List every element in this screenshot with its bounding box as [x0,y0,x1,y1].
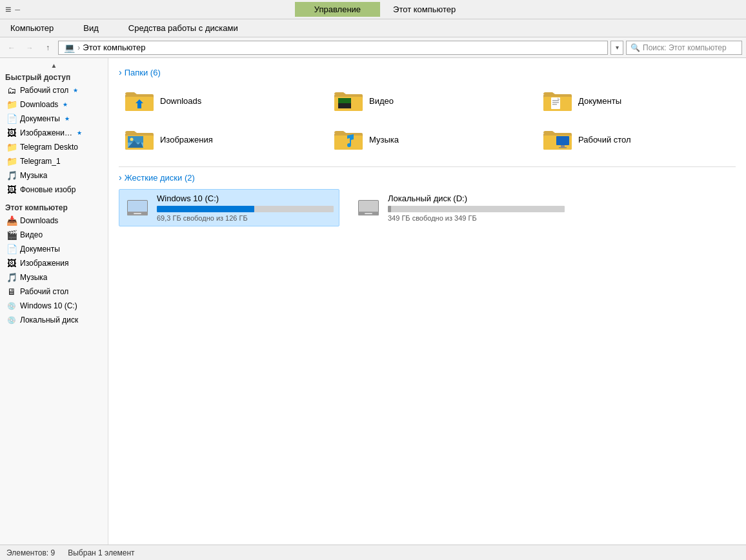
sidebar-label-music: Музыка [20,171,47,180]
ribbon-view[interactable]: Вид [78,21,104,35]
folders-section-header[interactable]: Папки (6) [119,67,736,77]
downloads-folder-icon: 📁 [6,99,17,110]
search-box[interactable]: 🔍 Поиск: Этот компьютер [626,41,742,55]
drive-bar-bg-c [157,206,334,212]
folder-item-music[interactable]: Музыка [328,123,527,156]
address-dropdown[interactable]: ▾ [610,41,623,55]
drive-item-c[interactable]: Windows 10 (C:) 69,3 ГБ свободно из 126 … [119,189,339,226]
svg-rect-29 [128,201,147,212]
ribbon-computer[interactable]: Компьютер [5,21,59,35]
folder-item-downloads[interactable]: Downloads [119,84,318,117]
svg-rect-14 [552,104,557,105]
folder-item-video[interactable]: Видео [328,84,527,117]
drives-section-label: Жесткие диски (2) [125,173,195,183]
title-bar-left: ≡ ─ [5,4,20,15]
folder-icon-downloads [124,88,155,114]
sidebar: ▲ Быстрый доступ 🗂 Рабочий стол ★ 📁 Down… [0,58,108,545]
svg-rect-31 [134,213,141,214]
drive-item-d[interactable]: Локальный диск (D:) 349 ГБ свободно из 3… [350,189,570,226]
title-bar-center: Управление Этот компьютер [23,2,741,17]
sidebar-label-pc-music: Музыка [20,273,47,282]
title-bar: ≡ ─ Управление Этот компьютер [0,0,746,19]
svg-rect-13 [552,102,559,103]
drive-icon-c [125,195,150,221]
sidebar-label-pc-d: Локальный диск [20,315,78,325]
pc-music-icon: 🎵 [6,272,17,283]
desktop-icon: 🗂 [6,85,17,95]
sidebar-label-pc-c: Windows 10 (C:) [20,301,77,310]
sidebar-item-telegram1[interactable]: 📁 Telegram_1 [0,154,108,168]
status-selected: Выбран 1 элемент [68,548,134,557]
sidebar-item-pc-d[interactable]: 💿 Локальный диск [0,313,108,327]
pc-d-icon: 💿 [6,315,17,325]
sidebar-item-desktop[interactable]: 🗂 Рабочий стол ★ [0,83,108,97]
drive-name-c: Windows 10 (C:) [157,194,334,203]
svg-rect-25 [556,136,569,145]
pc-images-icon: 🖼 [6,258,17,268]
folder-item-desktop[interactable]: Рабочий стол [537,123,736,156]
sidebar-pin-desktop: ★ [73,87,78,94]
forward-button[interactable]: → [22,40,37,55]
folder-name-downloads: Downloads [160,96,201,106]
back-button[interactable]: ← [4,40,19,55]
search-icon: 🔍 [630,43,640,52]
sidebar-label-pc-images: Изображения [20,259,68,268]
images-icon: 🖼 [6,128,17,138]
hamburger-icon[interactable]: ≡ [5,4,11,15]
minimize-icon[interactable]: ─ [15,6,20,14]
sidebar-this-pc-header[interactable]: Этот компьютер [0,201,108,214]
folder-item-docs[interactable]: Документы [537,84,736,117]
folder-grid: Downloads Видео [119,84,736,156]
path-separator: › [77,43,80,52]
sidebar-label-desktop: Рабочий стол [20,86,68,95]
sidebar-item-pc-downloads[interactable]: 📥 Downloads [0,214,108,228]
sidebar-item-pc-images[interactable]: 🖼 Изображения [0,256,108,270]
ribbon-tab-manage[interactable]: Управление [295,2,380,17]
ribbon-disk-tools[interactable]: Средства работы с дисками [123,21,243,35]
pc-downloads-icon: 📥 [6,215,17,226]
sidebar-item-pc-music[interactable]: 🎵 Музыка [0,270,108,285]
sidebar-item-telegram-desktop[interactable]: 📁 Telegram Desktо [0,140,108,154]
drive-bar-bg-d [388,206,565,212]
svg-rect-7 [338,103,351,108]
sidebar-item-documents[interactable]: 📄 Документы ★ [0,112,108,126]
sidebar-item-music[interactable]: 🎵 Музыка [0,168,108,183]
drive-info-d: Локальный диск (D:) 349 ГБ свободно из 3… [388,194,565,222]
folder-name-video: Видео [369,96,394,106]
sidebar-pin-documents: ★ [65,115,70,122]
sidebar-item-pc-c[interactable]: 💿 Windows 10 (C:) [0,299,108,313]
svg-rect-33 [359,201,378,212]
folder-item-images[interactable]: Изображения [119,123,318,156]
drives-section-header[interactable]: Жесткие диски (2) [119,172,736,183]
sidebar-label-images: Изображени… [20,128,72,137]
sidebar-item-images[interactable]: 🖼 Изображени… ★ [0,126,108,140]
folder-name-images: Изображения [160,135,213,145]
address-path[interactable]: 💻 › Этот компьютер [58,41,608,55]
drive-name-d: Локальный диск (D:) [388,194,565,203]
sidebar-item-pc-documents[interactable]: 📄 Документы [0,242,108,256]
sidebar-item-pc-desktop[interactable]: 🖥 Рабочий стол [0,285,108,299]
sidebar-pin-downloads: ★ [63,101,68,108]
folder-name-desktop: Рабочий стол [578,135,631,145]
pc-documents-icon: 📄 [6,244,17,254]
svg-point-20 [130,138,134,141]
svg-rect-6 [338,98,351,103]
sidebar-item-wallpapers[interactable]: 🖼 Фоновые изобр [0,183,108,197]
sidebar-scroll-up[interactable]: ▲ [0,61,108,70]
content-area: Папки (6) Downloads [108,58,746,545]
status-count: Элементов: 9 [6,548,55,557]
ribbon-tab-this-pc[interactable]: Этот компьютер [380,2,469,17]
drive-space-d: 349 ГБ свободно из 349 ГБ [388,214,565,222]
folders-section-label: Папки (6) [125,68,161,77]
svg-rect-26 [561,145,565,147]
folder-icon-desktop [542,126,573,152]
drive-space-c: 69,3 ГБ свободно из 126 ГБ [157,214,334,222]
sidebar-quick-access-header: Быстрый доступ [0,70,108,83]
sidebar-label-documents: Документы [20,114,60,123]
drive-icon-d [356,195,381,221]
sidebar-item-pc-video[interactable]: 🎬 Видео [0,228,108,242]
telegram-desktop-icon: 📁 [6,142,17,152]
sidebar-item-downloads[interactable]: 📁 Downloads ★ [0,97,108,112]
sidebar-label-pc-video: Видео [20,230,43,239]
up-button[interactable]: ↑ [40,40,55,55]
